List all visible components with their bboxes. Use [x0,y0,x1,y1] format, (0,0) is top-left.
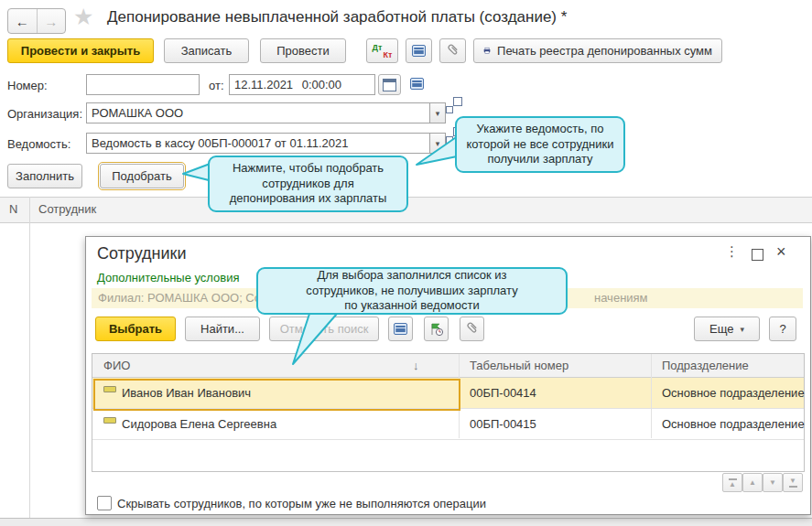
fill-button[interactable]: Заполнить [7,164,82,188]
filter-text-right: начениям [594,288,648,308]
print-register-button[interactable]: Печать реестра депонированных сумм [473,38,722,63]
column-n: N [9,202,17,216]
employees-table-header: ФИО ↓ Табельный номер Подразделение [92,354,804,378]
column-fio[interactable]: ФИО [103,359,130,372]
date-input[interactable] [229,74,375,95]
chevron-down-icon: ▾ [740,325,744,334]
paperclip-icon [446,44,460,59]
app-window: ← → ★ Депонирование невыплаченной зарабо… [0,0,812,526]
print-register-label: Печать реестра депонированных сумм [497,44,712,58]
window-bottom-edge [0,518,812,526]
sort-desc-icon: ↓ [413,359,419,372]
column-divider [651,354,652,438]
number-input[interactable] [86,74,200,95]
go-first-button[interactable]: ▲ [722,473,742,492]
date-label: от: [209,79,224,92]
main-table-column-divider [29,197,30,518]
forward-button[interactable]: → [38,9,66,33]
arrow-down-icon: ▼ [769,479,776,487]
organization-label: Организация: [7,107,82,121]
save-button[interactable]: Записать [164,38,249,63]
paperclip-icon [465,322,480,337]
go-down-button[interactable]: ▼ [763,473,783,492]
printer-icon [483,44,491,58]
forward-arrow-icon: → [44,14,58,29]
go-up-button[interactable]: ▲ [742,473,763,492]
back-button[interactable]: ← [8,9,38,33]
help-button[interactable]: ? [769,317,796,341]
document-list-icon[interactable] [410,78,424,90]
hide-employees-label: Скрывать сотрудников, по которым уже не … [117,497,486,510]
tooltip-sheet: Укажите ведомость, по которой не все сот… [455,116,625,173]
pick-button[interactable]: Подобрать [100,164,184,188]
bar [789,486,797,488]
more-menu-icon[interactable]: ⋮ [725,243,739,260]
employee-marker-icon [103,417,116,424]
tooltip-tail [286,311,350,368]
tooltip-pick: Нажмите, чтобы подобрать сотрудников для… [208,156,408,212]
attachments-button[interactable] [439,38,466,63]
list-settings-button[interactable] [388,317,413,341]
find-button[interactable]: Найти... [185,317,260,341]
close-icon[interactable]: × [776,242,786,262]
cell-dept: Основное подразделение [662,386,805,400]
post-button[interactable]: Провести [260,38,346,63]
hide-employees-checkbox[interactable] [97,496,112,510]
back-arrow-icon: ← [16,14,29,29]
selected-cell-focus [93,379,460,411]
additional-conditions-link[interactable]: Дополнительные условия [97,271,240,284]
dtkt-icon: Дт Кт [373,43,393,59]
stack-icon [412,45,426,57]
attachments-button[interactable] [460,317,484,341]
cell-number: 00БП-00414 [470,386,536,400]
employees-table: ФИО ↓ Табельный номер Подразделение Иван… [92,353,805,472]
flag-clock-icon [429,322,444,337]
arrow-down-icon: ▼ [789,478,796,485]
table-row[interactable]: Сидорова Елена Сергеевна 00БП-00415 Осно… [92,408,804,440]
tooltip-list-filled: Для выбора заполнился список из сотрудни… [256,267,568,315]
post-and-close-button[interactable]: Провести и закрыть [7,38,154,63]
organization-input[interactable] [86,102,430,123]
column-employee: Сотрудник [38,202,96,216]
cell-dept: Основное подразделение [662,417,805,431]
sheet-input[interactable] [86,133,430,154]
column-number[interactable]: Табельный номер [470,359,568,372]
number-label: Номер: [7,79,48,92]
arrow-up-icon: ▲ [749,479,756,487]
reminder-button[interactable] [424,317,449,341]
stack-icon [394,323,407,335]
chevron-down-icon: ▾ [436,109,440,118]
dialog-title: Сотрудники [97,244,187,263]
cell-fio: Сидорова Елена Сергеевна [122,417,276,431]
maximize-icon[interactable] [752,249,763,261]
go-last-button[interactable]: ▼ [783,473,803,492]
favorite-star-icon[interactable]: ★ [73,4,93,30]
page-title: Депонирование невыплаченной заработной п… [107,8,567,27]
sheet-label: Ведомость: [7,137,70,151]
dtkt-postings-button[interactable]: Дт Кт [366,38,398,63]
more-actions-label: Еще [709,322,733,336]
calendar-button[interactable] [378,74,401,95]
select-button[interactable]: Выбрать [95,317,176,341]
organization-dropdown-button[interactable]: ▾ [429,102,446,123]
history-nav: ← → [7,8,66,34]
more-actions-button[interactable]: Еще ▾ [694,317,760,341]
column-dept[interactable]: Подразделение [662,359,749,372]
filter-text-left: Филиал: РОМАШКА ООО; Сс [98,288,260,308]
cell-number: 00БП-00415 [470,417,536,431]
calendar-icon [383,79,396,91]
arrow-up-icon: ▲ [729,481,736,488]
related-documents-button[interactable] [406,38,432,63]
